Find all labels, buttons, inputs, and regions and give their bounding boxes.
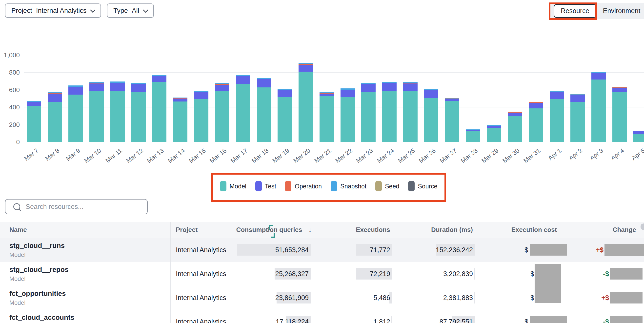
bar-segment-test [298,65,313,72]
cost-value-redacted: $ [530,270,534,278]
column-header-name[interactable]: Name [10,222,27,238]
bar-segment-model [257,88,271,142]
legend-item-snapshot[interactable]: Snapshot [331,181,366,192]
project-filter-dropdown[interactable]: Project Internal Analytics [5,4,101,18]
legend-label: Snapshot [340,183,366,190]
legend-item-source[interactable]: Source [408,181,437,192]
executions-value: 71,772 [370,246,390,254]
bar-mar-20[interactable] [298,63,313,142]
bar-mar-7[interactable] [27,101,41,142]
bar-segment-model [68,94,83,142]
resource-name[interactable]: stg_cloud__repos [10,266,69,274]
type-filter-value: All [132,7,139,14]
change-value-redacted: +$ [596,246,604,254]
bar-mar-11[interactable] [110,82,125,142]
bar-mar-16[interactable] [215,83,229,142]
bar-segment-model [131,92,146,142]
legend-item-model[interactable]: Model [220,181,246,192]
analytics-dashboard: Project Internal Analytics Type All Reso… [0,0,644,323]
column-header-duration[interactable]: Duration (ms) [431,222,473,238]
bar-apr-4[interactable] [612,87,627,142]
bar-segment-model [27,106,41,142]
bar-mar-31[interactable] [529,102,543,142]
legend-label: Test [265,183,276,190]
gridline [24,55,644,55]
bar-apr-2[interactable] [570,94,585,142]
change-cell: +$ [585,238,644,262]
bar-mar-15[interactable] [194,91,208,142]
legend-item-operation[interactable]: Operation [285,181,322,192]
bar-apr-3[interactable] [592,72,606,142]
table-row-fct_cloud_accounts[interactable]: fct_cloud_accountsModelInternal Analytic… [0,310,644,323]
bar-mar-23[interactable] [361,83,376,142]
x-axis-tick: Mar 15 [181,147,207,170]
chevron-down-icon [143,8,148,12]
bar-mar-12[interactable] [131,83,146,142]
bar-segment-model [382,91,396,142]
resource-name[interactable]: fct_cloud_accounts [10,314,74,322]
search-icon [13,203,20,210]
bar-mar-18[interactable] [257,78,271,142]
legend-item-test[interactable]: Test [255,181,276,192]
x-axis-tick: Mar 19 [265,147,291,170]
column-header-executions[interactable]: Executions [356,222,390,238]
change-cell: +$ [585,286,644,310]
bar-mar-14[interactable] [173,98,188,142]
bar-segment-model [173,102,188,142]
bar-mar-8[interactable] [48,92,62,142]
bar-segment-test [320,94,334,96]
x-axis-tick: Mar 16 [202,147,228,170]
bar-segment-test [340,90,355,97]
change-value-redacted: +$ [601,294,609,302]
bar-mar-13[interactable] [152,75,166,142]
x-axis-tick: Mar 31 [516,147,542,170]
bar-mar-25[interactable] [403,82,418,142]
project-filter-label: Project [11,7,32,14]
bar-mar-21[interactable] [320,92,334,142]
bar-mar-27[interactable] [445,98,459,142]
resource-name[interactable]: stg_cloud__runs [10,242,65,250]
column-header-change[interactable]: Change [613,222,636,238]
bar-apr-5[interactable] [633,131,644,142]
bar-mar-30[interactable] [508,112,522,142]
bar-segment-test [131,84,146,92]
legend-swatch-snapshot [331,181,337,192]
column-header-project[interactable]: Project [176,222,198,238]
consumption-cell: 51,653,284 [225,238,309,262]
execution-cost-cell: $ [493,238,567,262]
bar-mar-24[interactable] [382,82,396,142]
bar-segment-test [570,95,585,102]
search-input[interactable] [25,203,142,211]
resource-name[interactable]: fct_opportunities [10,290,66,298]
resource-toggle-button[interactable]: Resource [554,4,596,18]
bar-segment-model [215,91,229,142]
executions-cell: 5,486 [344,286,390,310]
bar-segment-test [592,73,606,80]
chart-legend: ModelTestOperationSnapshotSeedSource [215,181,442,192]
x-axis-tick: Mar 29 [474,147,500,170]
legend-item-seed[interactable]: Seed [375,181,399,192]
environment-toggle-button[interactable]: Environment [603,7,640,15]
duration-value: 2,381,883 [443,294,473,302]
type-filter-dropdown[interactable]: Type All [107,4,154,18]
resource-type: Model [10,252,65,258]
column-header-execution-cost[interactable]: Execution cost [501,222,567,238]
bar-mar-9[interactable] [68,86,83,142]
bar-mar-29[interactable] [487,125,501,142]
bar-segment-model [633,134,644,142]
bar-apr-1[interactable] [550,91,564,142]
table-row-stg_cloud__runs[interactable]: stg_cloud__runsModelInternal Analytics51… [0,238,644,262]
chevron-down-icon [90,8,95,12]
execution-cost-cell: $ [493,310,567,323]
cost-value-redacted: $ [530,294,534,302]
bar-mar-22[interactable] [340,88,355,142]
bar-mar-10[interactable] [90,82,104,142]
gridline [24,72,644,72]
bar-segment-test [27,102,41,106]
y-axis-tick: 0 [2,138,20,146]
bar-mar-19[interactable] [278,89,292,142]
bar-mar-28[interactable] [466,130,480,142]
bar-mar-26[interactable] [424,89,438,142]
bar-mar-17[interactable] [236,75,250,142]
x-axis-tick: Mar 12 [118,147,144,170]
